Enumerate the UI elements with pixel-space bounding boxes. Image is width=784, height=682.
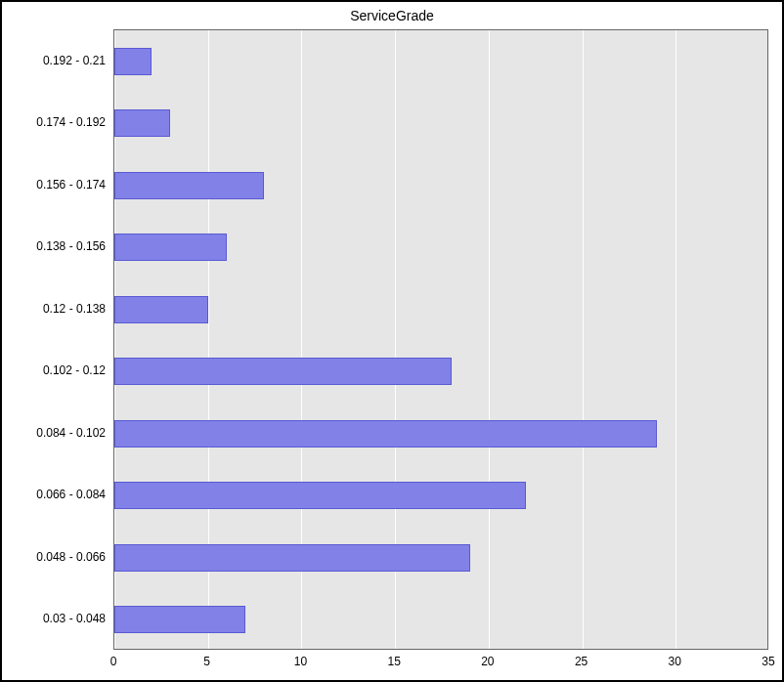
y-tick-label: 0.03 - 0.048 (8, 612, 106, 625)
chart-container: ServiceGrade 051015202530350.192 - 0.210… (0, 0, 784, 682)
x-tick-label: 0 (110, 655, 117, 668)
x-tick-label: 25 (575, 655, 588, 668)
chart-title: ServiceGrade (2, 8, 782, 23)
gridline (583, 30, 584, 649)
x-tick-label: 20 (481, 655, 494, 668)
bar (114, 482, 526, 509)
gridline (769, 30, 770, 649)
bar (114, 544, 470, 572)
gridline (489, 30, 490, 649)
x-tick-label: 10 (294, 655, 307, 668)
bar (114, 606, 245, 633)
gridline (675, 30, 676, 649)
y-tick-label: 0.138 - 0.156 (8, 239, 106, 253)
bar (114, 358, 452, 385)
y-tick-label: 0.192 - 0.21 (8, 54, 106, 67)
bar (114, 109, 170, 137)
plot-area (113, 29, 768, 650)
bar (114, 48, 152, 75)
bar (114, 172, 264, 199)
y-tick-label: 0.048 - 0.066 (8, 550, 106, 564)
y-tick-label: 0.102 - 0.12 (8, 363, 106, 377)
bar (114, 296, 208, 323)
x-tick-label: 15 (387, 655, 400, 668)
x-tick-label: 35 (762, 655, 774, 668)
y-tick-label: 0.174 - 0.192 (8, 115, 106, 129)
y-tick-label: 0.066 - 0.084 (8, 488, 106, 501)
y-tick-label: 0.156 - 0.174 (8, 178, 106, 192)
bar (114, 420, 657, 448)
y-tick-label: 0.084 - 0.102 (8, 426, 106, 440)
x-tick-label: 30 (669, 655, 681, 668)
bar (114, 234, 227, 261)
x-tick-label: 5 (203, 655, 210, 668)
y-tick-label: 0.12 - 0.138 (8, 302, 106, 316)
